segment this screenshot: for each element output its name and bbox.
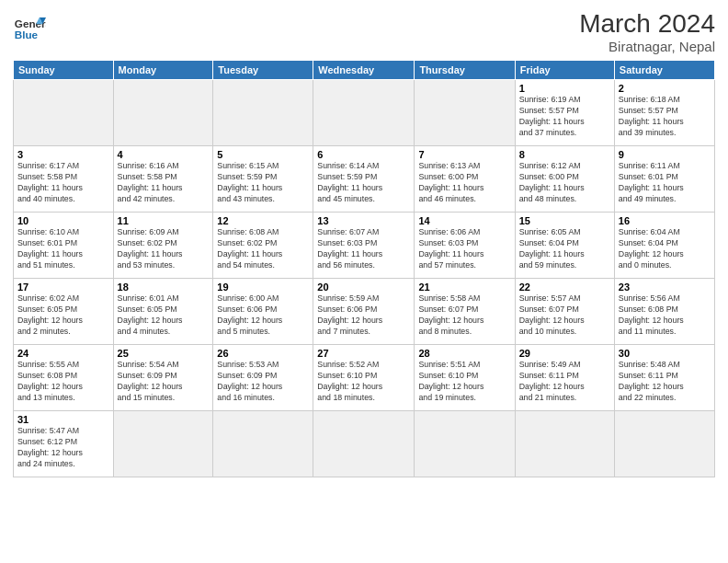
calendar-cell: 25Sunrise: 5:54 AM Sunset: 6:09 PM Dayli…	[113, 345, 213, 411]
day-info: Sunrise: 6:06 AM Sunset: 6:03 PM Dayligh…	[418, 227, 510, 271]
calendar-cell: 15Sunrise: 6:05 AM Sunset: 6:04 PM Dayli…	[515, 213, 614, 279]
calendar-cell	[415, 80, 515, 146]
day-number: 23	[619, 282, 711, 293]
day-number: 20	[317, 282, 410, 293]
day-info: Sunrise: 5:48 AM Sunset: 6:11 PM Dayligh…	[619, 360, 711, 404]
day-number: 14	[418, 215, 510, 226]
day-number: 4	[118, 149, 210, 160]
col-sunday: Sunday	[14, 61, 114, 80]
calendar-cell: 18Sunrise: 6:01 AM Sunset: 6:05 PM Dayli…	[113, 279, 213, 345]
calendar-cell: 1Sunrise: 6:19 AM Sunset: 5:57 PM Daylig…	[515, 80, 614, 146]
calendar-cell: 5Sunrise: 6:15 AM Sunset: 5:59 PM Daylig…	[213, 146, 313, 213]
day-info: Sunrise: 6:09 AM Sunset: 6:02 PM Dayligh…	[118, 227, 210, 271]
calendar-cell	[415, 411, 515, 477]
day-info: Sunrise: 5:52 AM Sunset: 6:10 PM Dayligh…	[317, 360, 410, 404]
calendar-week-5: 24Sunrise: 5:55 AM Sunset: 6:08 PM Dayli…	[14, 345, 715, 411]
calendar-cell: 19Sunrise: 6:00 AM Sunset: 6:06 PM Dayli…	[213, 279, 313, 345]
calendar-cell: 9Sunrise: 6:11 AM Sunset: 6:01 PM Daylig…	[614, 146, 714, 213]
day-info: Sunrise: 6:00 AM Sunset: 6:06 PM Dayligh…	[217, 293, 309, 338]
calendar-cell: 24Sunrise: 5:55 AM Sunset: 6:08 PM Dayli…	[14, 345, 114, 411]
day-info: Sunrise: 6:02 AM Sunset: 6:05 PM Dayligh…	[17, 293, 109, 338]
calendar-week-2: 3Sunrise: 6:17 AM Sunset: 5:58 PM Daylig…	[14, 146, 715, 213]
day-number: 9	[619, 149, 711, 160]
logo: General Blue	[13, 9, 46, 42]
location-subtitle: Biratnagar, Nepal	[579, 39, 715, 54]
day-number: 1	[519, 83, 610, 94]
calendar-cell: 23Sunrise: 5:56 AM Sunset: 6:08 PM Dayli…	[614, 279, 714, 345]
day-info: Sunrise: 5:58 AM Sunset: 6:07 PM Dayligh…	[418, 293, 510, 338]
day-number: 12	[217, 215, 309, 226]
calendar-cell: 22Sunrise: 5:57 AM Sunset: 6:07 PM Dayli…	[515, 279, 614, 345]
day-info: Sunrise: 6:16 AM Sunset: 5:58 PM Dayligh…	[118, 161, 210, 205]
day-number: 10	[17, 215, 109, 226]
day-number: 15	[519, 215, 610, 226]
col-thursday: Thursday	[415, 61, 515, 80]
calendar-cell: 31Sunrise: 5:47 AM Sunset: 6:12 PM Dayli…	[14, 411, 114, 477]
calendar-cell: 11Sunrise: 6:09 AM Sunset: 6:02 PM Dayli…	[113, 213, 213, 279]
calendar-cell: 21Sunrise: 5:58 AM Sunset: 6:07 PM Dayli…	[415, 279, 515, 345]
day-number: 25	[118, 348, 210, 359]
svg-text:Blue: Blue	[15, 29, 39, 40]
day-number: 31	[17, 414, 109, 425]
day-number: 27	[317, 348, 410, 359]
calendar-cell: 13Sunrise: 6:07 AM Sunset: 6:03 PM Dayli…	[313, 213, 415, 279]
calendar-cell: 26Sunrise: 5:53 AM Sunset: 6:09 PM Dayli…	[213, 345, 313, 411]
day-number: 17	[17, 282, 109, 293]
day-number: 2	[619, 83, 711, 94]
calendar-page: General Blue March 2024 Biratnagar, Nepa…	[0, 0, 728, 483]
day-info: Sunrise: 6:12 AM Sunset: 6:00 PM Dayligh…	[519, 161, 610, 205]
day-info: Sunrise: 6:14 AM Sunset: 5:59 PM Dayligh…	[317, 161, 410, 205]
day-info: Sunrise: 6:13 AM Sunset: 6:00 PM Dayligh…	[418, 161, 510, 205]
day-number: 5	[217, 149, 309, 160]
calendar-cell: 4Sunrise: 6:16 AM Sunset: 5:58 PM Daylig…	[113, 146, 213, 213]
day-info: Sunrise: 5:56 AM Sunset: 6:08 PM Dayligh…	[619, 293, 711, 338]
calendar-cell: 6Sunrise: 6:14 AM Sunset: 5:59 PM Daylig…	[313, 146, 415, 213]
calendar-cell: 7Sunrise: 6:13 AM Sunset: 6:00 PM Daylig…	[415, 146, 515, 213]
calendar-cell	[313, 80, 415, 146]
calendar-week-6: 31Sunrise: 5:47 AM Sunset: 6:12 PM Dayli…	[14, 411, 715, 477]
col-tuesday: Tuesday	[213, 61, 313, 80]
day-number: 28	[418, 348, 510, 359]
day-info: Sunrise: 6:17 AM Sunset: 5:58 PM Dayligh…	[17, 161, 109, 205]
calendar-cell	[14, 80, 114, 146]
calendar-cell: 29Sunrise: 5:49 AM Sunset: 6:11 PM Dayli…	[515, 345, 614, 411]
day-number: 13	[317, 215, 410, 226]
day-info: Sunrise: 5:55 AM Sunset: 6:08 PM Dayligh…	[17, 360, 109, 404]
calendar-cell	[213, 80, 313, 146]
calendar-cell: 27Sunrise: 5:52 AM Sunset: 6:10 PM Dayli…	[313, 345, 415, 411]
calendar-cell: 14Sunrise: 6:06 AM Sunset: 6:03 PM Dayli…	[415, 213, 515, 279]
day-info: Sunrise: 5:57 AM Sunset: 6:07 PM Dayligh…	[519, 293, 610, 338]
day-info: Sunrise: 5:59 AM Sunset: 6:06 PM Dayligh…	[317, 293, 410, 338]
day-info: Sunrise: 5:47 AM Sunset: 6:12 PM Dayligh…	[17, 426, 109, 470]
day-info: Sunrise: 6:05 AM Sunset: 6:04 PM Dayligh…	[519, 227, 610, 271]
calendar-week-1: 1Sunrise: 6:19 AM Sunset: 5:57 PM Daylig…	[14, 80, 715, 146]
day-number: 8	[519, 149, 610, 160]
calendar-cell	[313, 411, 415, 477]
calendar-cell: 3Sunrise: 6:17 AM Sunset: 5:58 PM Daylig…	[14, 146, 114, 213]
calendar-cell: 30Sunrise: 5:48 AM Sunset: 6:11 PM Dayli…	[614, 345, 714, 411]
calendar-week-3: 10Sunrise: 6:10 AM Sunset: 6:01 PM Dayli…	[14, 213, 715, 279]
day-info: Sunrise: 5:53 AM Sunset: 6:09 PM Dayligh…	[217, 360, 309, 404]
day-info: Sunrise: 6:11 AM Sunset: 6:01 PM Dayligh…	[619, 161, 711, 205]
day-info: Sunrise: 6:18 AM Sunset: 5:57 PM Dayligh…	[619, 95, 711, 139]
calendar-week-4: 17Sunrise: 6:02 AM Sunset: 6:05 PM Dayli…	[14, 279, 715, 345]
day-number: 16	[619, 215, 711, 226]
calendar-table: Sunday Monday Tuesday Wednesday Thursday…	[13, 60, 715, 477]
day-info: Sunrise: 6:07 AM Sunset: 6:03 PM Dayligh…	[317, 227, 410, 271]
day-number: 24	[17, 348, 109, 359]
calendar-cell: 10Sunrise: 6:10 AM Sunset: 6:01 PM Dayli…	[14, 213, 114, 279]
header: General Blue March 2024 Biratnagar, Nepa…	[13, 9, 715, 54]
calendar-cell	[614, 411, 714, 477]
day-number: 7	[418, 149, 510, 160]
calendar-cell: 28Sunrise: 5:51 AM Sunset: 6:10 PM Dayli…	[415, 345, 515, 411]
day-number: 30	[619, 348, 711, 359]
calendar-cell: 8Sunrise: 6:12 AM Sunset: 6:00 PM Daylig…	[515, 146, 614, 213]
calendar-cell: 12Sunrise: 6:08 AM Sunset: 6:02 PM Dayli…	[213, 213, 313, 279]
col-friday: Friday	[515, 61, 614, 80]
day-number: 29	[519, 348, 610, 359]
col-wednesday: Wednesday	[313, 61, 415, 80]
day-info: Sunrise: 6:04 AM Sunset: 6:04 PM Dayligh…	[619, 227, 711, 271]
day-number: 22	[519, 282, 610, 293]
calendar-cell	[113, 80, 213, 146]
calendar-cell: 17Sunrise: 6:02 AM Sunset: 6:05 PM Dayli…	[14, 279, 114, 345]
